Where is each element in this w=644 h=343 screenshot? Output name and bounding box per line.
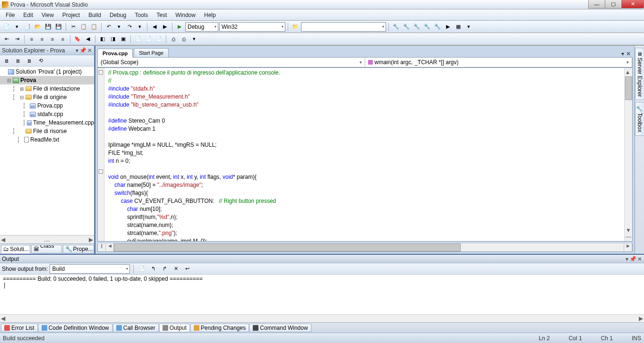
tb-ext6[interactable]: ▶ — [443, 22, 453, 32]
menu-window[interactable]: Window — [172, 10, 199, 20]
code-editor[interactable]: - - // Prova.cpp : definisce il punto di… — [97, 67, 633, 242]
folder-sources[interactable]: File di origine — [33, 94, 67, 100]
start-debug-button[interactable]: ▶ — [175, 22, 184, 32]
minimize-button[interactable]: — — [588, 0, 605, 8]
editor-hscrollbar[interactable]: ‖ ◀ ▶ — [97, 243, 633, 252]
toolbox-tab[interactable]: 🔧 Toolbox — [635, 102, 644, 135]
output-next-button[interactable]: ↱ — [160, 264, 169, 274]
panel-pin-icon[interactable]: 📌 — [79, 47, 86, 54]
se-showall-button[interactable]: 🗎 — [13, 56, 23, 66]
se-refresh-button[interactable]: 🗎 — [25, 56, 34, 66]
add-item-button[interactable]: 📑 — [23, 22, 32, 32]
maximize-button[interactable]: ▢ — [605, 0, 622, 8]
fold-icon[interactable]: - — [99, 70, 103, 75]
bookmark-button[interactable]: 🔖 — [73, 34, 82, 44]
tab-pending-changes[interactable]: Pending Changes — [190, 324, 249, 332]
nav-fwd-button[interactable]: ▶ — [160, 22, 170, 32]
tab-output[interactable]: Output — [159, 324, 190, 332]
redo-dropdown[interactable]: ▾ — [135, 22, 145, 32]
redo-button[interactable]: ↷ — [125, 22, 134, 32]
menu-tools[interactable]: Tools — [131, 10, 152, 20]
paste-button[interactable]: 📋 — [89, 22, 99, 32]
indent-button[interactable]: ⇥ — [12, 34, 22, 44]
tab-start-page[interactable]: Start Page — [134, 48, 169, 57]
align2-button[interactable]: ≡ — [58, 34, 68, 44]
panel-dropdown-icon[interactable]: ▾ — [76, 47, 78, 54]
cut-button[interactable]: ✂ — [69, 22, 78, 32]
tb-ext2[interactable]: 🔧 — [402, 22, 411, 32]
tb-ext5[interactable]: 🔧 — [433, 22, 442, 32]
outdent-button[interactable]: ⇤ — [2, 34, 11, 44]
output-from-combo[interactable]: Build — [50, 264, 130, 274]
se-properties-button[interactable]: 🗎 — [2, 56, 11, 66]
collapse-icon[interactable]: ⊟ — [19, 95, 24, 100]
tool-h[interactable]: ⎙ — [179, 34, 189, 44]
undo-dropdown[interactable]: ▾ — [114, 22, 124, 32]
new-project-button[interactable]: 📄 — [2, 22, 11, 32]
close-button[interactable]: ✕ — [621, 0, 644, 8]
tab-close-icon[interactable]: ✕ — [626, 50, 631, 57]
editor-vscrollbar[interactable]: ▲ ▼— — [624, 68, 632, 241]
save-button[interactable]: 💾 — [43, 22, 53, 32]
undo-button[interactable]: ↶ — [104, 22, 113, 32]
tab-prova-cpp[interactable]: Prova.cpp — [97, 49, 133, 58]
tb-ext7[interactable]: ▦ — [454, 22, 463, 32]
align-button[interactable]: ≡ — [48, 34, 57, 44]
tb-ext3[interactable]: 🔧 — [412, 22, 421, 32]
find-in-files-button[interactable]: 📁 — [291, 22, 300, 32]
server-explorer-tab[interactable]: 🖥 Server Explorer — [635, 48, 644, 100]
solution-tree[interactable]: Solution 'Prova' (1 project) ⊟Prova ⊞Fil… — [0, 67, 94, 235]
folder-resources[interactable]: File di risorse — [33, 128, 67, 134]
output-close-icon[interactable]: ✕ — [637, 256, 642, 262]
tool-g[interactable]: ⎙ — [169, 34, 178, 44]
tab-code-definition[interactable]: Code Definition Window — [38, 324, 112, 332]
output-hscrollbar[interactable]: ◀▶ — [0, 314, 644, 322]
menu-view[interactable]: View — [38, 10, 58, 20]
output-content[interactable]: ========== Build: 0 succeeded, 0 failed,… — [0, 275, 644, 314]
save-all-button[interactable]: 💾 — [54, 22, 63, 32]
folder-headers[interactable]: File di intestazione — [33, 85, 80, 92]
file-readme[interactable]: ReadMe.txt — [30, 136, 59, 143]
uncomment-button[interactable]: ≡ — [37, 34, 47, 44]
nav-back-button[interactable]: ◀ — [150, 22, 159, 32]
collapse-icon[interactable]: ⊟ — [7, 78, 11, 83]
menu-build[interactable]: Build — [85, 10, 105, 20]
solution-node[interactable]: Solution 'Prova' (1 project) — [16, 68, 82, 75]
menu-help[interactable]: Help — [200, 10, 220, 20]
se-code-button[interactable]: ⟲ — [36, 56, 45, 66]
menu-project[interactable]: Project — [59, 10, 84, 20]
tool-c[interactable]: ▣ — [119, 34, 128, 44]
tab-call-browser[interactable]: Call Browser — [113, 324, 159, 332]
menu-file[interactable]: File — [2, 10, 18, 20]
panel-close-icon[interactable]: ✕ — [87, 47, 92, 54]
menu-test[interactable]: Test — [153, 10, 171, 20]
code-gutter[interactable]: - - — [98, 68, 104, 241]
open-button[interactable]: 📂 — [33, 22, 43, 32]
bookmark-prev[interactable]: ◀ — [83, 34, 93, 44]
comment-button[interactable]: ≡ — [27, 34, 36, 44]
tab-error-list[interactable]: Error List — [1, 324, 38, 332]
tb-ext1[interactable]: 🔧 — [391, 22, 401, 32]
expand-icon[interactable]: ⊞ — [19, 86, 24, 92]
tb-overflow[interactable]: ▾ — [464, 22, 473, 32]
file-timemeas[interactable]: Time_Measurement.cpp — [33, 119, 94, 126]
find-combo[interactable] — [301, 22, 386, 32]
config-combo[interactable]: Debug — [185, 22, 218, 32]
tree-scrollbar[interactable]: ◀....▶ — [0, 235, 94, 243]
tab-list-dropdown[interactable]: ▾ — [621, 50, 624, 57]
tab-class-view[interactable]: 🏛Class ... — [31, 245, 62, 253]
platform-combo[interactable]: Win32 — [219, 22, 285, 32]
output-dropdown-icon[interactable]: ▾ — [626, 256, 628, 262]
output-pin-icon[interactable]: 📌 — [629, 256, 636, 262]
tb-ext4[interactable]: 🔧 — [422, 22, 432, 32]
code-content[interactable]: // Prova.cpp : definisce il punto di ing… — [104, 68, 624, 241]
output-clear-button[interactable]: ✕ — [171, 264, 180, 274]
tool-e[interactable]: 📄 — [144, 34, 153, 44]
fold-icon[interactable]: - — [99, 169, 103, 174]
output-wrap-button[interactable]: ↩ — [182, 264, 192, 274]
new-dropdown[interactable]: ▾ — [12, 22, 22, 32]
tab-command-window[interactable]: Command Window — [249, 324, 311, 332]
tb2-overflow[interactable]: ▾ — [189, 34, 199, 44]
tool-a[interactable]: ◧ — [98, 34, 107, 44]
menu-edit[interactable]: Edit — [19, 10, 37, 20]
